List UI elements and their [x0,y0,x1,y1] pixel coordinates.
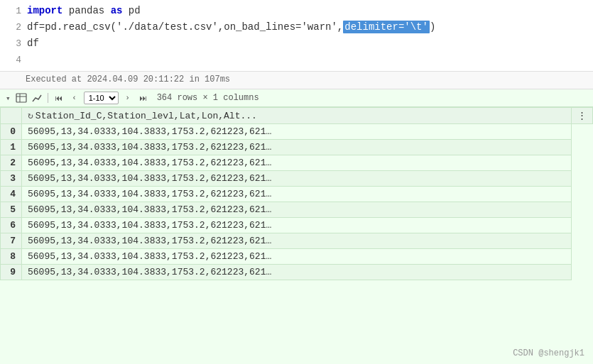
keyword-as: as [111,5,123,16]
chart-view-icon[interactable] [31,92,43,104]
row-index: 7 [1,233,22,249]
row-value: 56095,13,34.0333,104.3833,1753.2,621223,… [22,124,572,140]
row-value: 56095,13,34.0333,104.3833,1753.2,621223,… [22,218,572,233]
table-header-row: ↻ Station_Id_C,Station_levl,Lat,Lon,Alt.… [1,108,593,124]
table-row: 356095,13,34.0333,104.3833,1753.2,621223… [1,171,593,187]
table-row: 456095,13,34.0333,104.3833,1753.2,621223… [1,187,593,202]
first-page-button[interactable]: ⏮ [53,92,65,104]
refresh-icon[interactable]: ↻ [28,110,33,121]
table-view-icon[interactable] [15,92,28,104]
watermark-text: CSDN @shengjk1 [513,348,584,358]
table-row: 656095,13,34.0333,104.3833,1753.2,621223… [1,218,593,233]
row-index: 4 [1,187,22,202]
column-header-with-refresh: ↻ Station_Id_C,Station_levl,Lat,Lon,Alt.… [28,110,257,121]
line-number-2: 2 [6,20,27,35]
highlighted-delimiter: delimiter='\t' [343,21,430,33]
table-row: 156095,13,34.0333,104.3833,1753.2,621223… [1,140,593,155]
row-value: 56095,13,34.0333,104.3833,1753.2,621223,… [22,140,572,155]
exec-info: Executed at 2024.04.09 20:11:22 in 107ms [0,72,593,89]
line-content-3: df [27,35,593,51]
svg-rect-0 [16,94,26,102]
table-body: 056095,13,34.0333,104.3833,1753.2,621223… [1,124,593,280]
row-index: 6 [1,218,22,233]
next-page-button[interactable]: › [121,92,134,104]
page-info: 1-10 [84,92,119,104]
line-content-4 [27,52,593,67]
line-content-1: import pandas as pd [27,3,593,18]
code-line-4: 4 [6,52,593,68]
row-index: 2 [1,155,22,171]
collapse-icon[interactable]: ▾ [6,94,11,103]
th-index [1,108,22,124]
notebook-container: 1 import pandas as pd 2 df=pd.read_csv('… [0,0,593,364]
code-line-2: 2 df=pd.read_csv('./data/test.csv',on_ba… [6,19,593,35]
table-row: 956095,13,34.0333,104.3833,1753.2,621223… [1,265,593,280]
row-value: 56095,13,34.0333,104.3833,1753.2,621223,… [22,155,572,171]
rows-info: 364 rows × 1 columns [157,93,259,103]
column-header-text: Station_Id_C,Station_levl,Lat,Lon,Alt... [36,111,257,121]
row-index: 0 [1,124,22,140]
row-index: 3 [1,171,22,187]
row-value: 56095,13,34.0333,104.3833,1753.2,621223,… [22,233,572,249]
code-cell: 1 import pandas as pd 2 df=pd.read_csv('… [0,0,593,72]
watermark: CSDN @shengjk1 [513,348,584,358]
page-select[interactable]: 1-10 [84,92,119,104]
table-row: 756095,13,34.0333,104.3833,1753.2,621223… [1,233,593,249]
row-value: 56095,13,34.0333,104.3833,1753.2,621223,… [22,187,572,202]
row-index: 1 [1,140,22,155]
line-number-1: 1 [6,4,27,19]
keyword-import: import [27,5,62,16]
output-area: ▾ ⏮ ‹ 1-10 [0,89,593,364]
toolbar-separator-1 [48,93,48,103]
line-content-2: df=pd.read_csv('./data/test.csv',on_bad_… [27,19,593,35]
data-table: ↻ Station_Id_C,Station_levl,Lat,Lon,Alt.… [0,107,593,280]
output-toolbar: ▾ ⏮ ‹ 1-10 [0,89,593,107]
last-page-button[interactable]: ⏭ [137,92,150,104]
table-row: 056095,13,34.0333,104.3833,1753.2,621223… [1,124,593,140]
th-expand: ⋮ [572,108,593,124]
row-value: 56095,13,34.0333,104.3833,1753.2,621223,… [22,202,572,218]
row-value: 56095,13,34.0333,104.3833,1753.2,621223,… [22,171,572,187]
line-number-4: 4 [6,53,27,68]
table-row: 256095,13,34.0333,104.3833,1753.2,621223… [1,155,593,171]
prev-page-button[interactable]: ‹ [68,92,81,104]
data-table-wrapper: ↻ Station_Id_C,Station_levl,Lat,Lon,Alt.… [0,107,593,280]
table-row: 856095,13,34.0333,104.3833,1753.2,621223… [1,249,593,265]
row-index: 8 [1,249,22,265]
row-index: 9 [1,265,22,280]
code-line-1: 1 import pandas as pd [6,3,593,19]
row-value: 56095,13,34.0333,104.3833,1753.2,621223,… [22,249,572,265]
th-column: ↻ Station_Id_C,Station_levl,Lat,Lon,Alt.… [22,108,572,124]
table-row: 556095,13,34.0333,104.3833,1753.2,621223… [1,202,593,218]
row-value: 56095,13,34.0333,104.3833,1753.2,621223,… [22,265,572,280]
line-number-3: 3 [6,36,27,52]
code-lines: 1 import pandas as pd 2 df=pd.read_csv('… [6,0,593,71]
code-line-3: 3 df [6,35,593,52]
exec-info-text: Executed at 2024.04.09 20:11:22 in 107ms [26,75,230,84]
row-index: 5 [1,202,22,218]
